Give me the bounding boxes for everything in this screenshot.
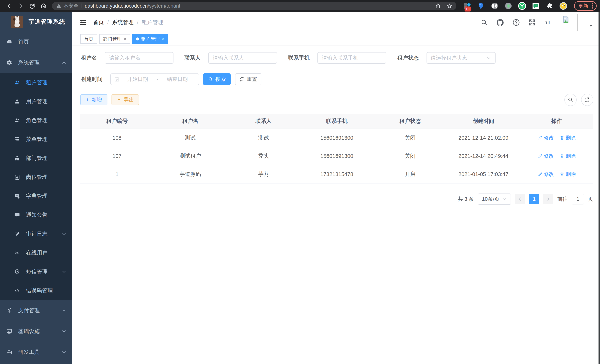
chevron-down-icon bbox=[61, 231, 67, 237]
status-select[interactable]: 请选择租户状态 bbox=[427, 52, 496, 64]
cell-tenant-id: 107 bbox=[80, 153, 154, 159]
tab-home[interactable]: 首页 bbox=[80, 34, 97, 44]
tab-dept[interactable]: 部门管理 × bbox=[99, 34, 130, 44]
security-label[interactable]: 不安全 bbox=[64, 3, 78, 9]
cell-created: 2021-12-14 20:49:44 bbox=[447, 153, 520, 159]
table-header: 租户编号 租户名 联系人 联系手机 租户状态 创建时间 操作 bbox=[80, 114, 593, 129]
sidebar-item-dev-tools[interactable]: 研发工具 bbox=[0, 342, 72, 363]
top-navbar: 首页 / 系统管理 / 租户管理 тT bbox=[72, 12, 600, 33]
chevron-down-icon bbox=[61, 328, 67, 334]
add-button[interactable]: + 新增 bbox=[80, 94, 107, 105]
tab-tenant[interactable]: 租户管理 × bbox=[132, 34, 168, 44]
sidebar-item-pay[interactable]: 支付管理 bbox=[0, 300, 72, 321]
add-button-label: 新增 bbox=[92, 96, 102, 103]
delete-link[interactable]: 删除 bbox=[560, 153, 576, 159]
logo-row[interactable]: 芋道管理系统 bbox=[0, 12, 72, 32]
hide-search-button[interactable] bbox=[564, 94, 577, 106]
extension-y-icon[interactable] bbox=[518, 2, 526, 10]
chevron-down-icon bbox=[61, 308, 67, 313]
edit-label: 修改 bbox=[544, 171, 554, 177]
extensions-puzzle-icon[interactable] bbox=[545, 2, 554, 10]
fullscreen-icon[interactable] bbox=[528, 18, 536, 27]
browser-reload-icon[interactable] bbox=[26, 1, 38, 11]
next-page-button[interactable] bbox=[543, 194, 553, 204]
delete-link[interactable]: 删除 bbox=[560, 134, 576, 141]
extension-dot-icon[interactable] bbox=[504, 2, 512, 10]
breadcrumb-home[interactable]: 首页 bbox=[93, 19, 104, 26]
app-title: 芋道管理系统 bbox=[28, 18, 65, 26]
page-number-current[interactable]: 1 bbox=[529, 194, 539, 204]
window-scrollbar[interactable] bbox=[599, 12, 600, 364]
browser-home-icon[interactable] bbox=[38, 1, 49, 11]
sidebar-item-label: 审计日志 bbox=[26, 230, 61, 238]
export-button[interactable]: 导出 bbox=[112, 94, 139, 105]
sidebar-item-online-user[interactable]: 在线用户 bbox=[0, 243, 72, 262]
sidebar-item-post[interactable]: 岗位管理 bbox=[0, 168, 72, 187]
share-icon[interactable] bbox=[435, 3, 441, 9]
breadcrumb-separator: / bbox=[137, 19, 138, 26]
goto-page-input[interactable] bbox=[572, 194, 584, 205]
sidebar-item-infra[interactable]: 基础设施 bbox=[0, 321, 72, 342]
browser-forward-icon[interactable] bbox=[15, 1, 26, 11]
sidebar-item-dict[interactable]: 字典管理 bbox=[0, 187, 72, 205]
avatar[interactable] bbox=[561, 14, 578, 31]
url-bar[interactable]: 不安全 dashboard.yudao.iocoder.cn/system/te… bbox=[52, 2, 456, 10]
security-warning-icon[interactable] bbox=[56, 3, 62, 9]
sidebar-item-menu[interactable]: 菜单管理 bbox=[0, 130, 72, 149]
url-host: dashboard.yudao.iocoder.cn bbox=[85, 3, 148, 9]
end-date-placeholder: 结束日期 bbox=[159, 76, 195, 83]
update-label: 更新 bbox=[578, 3, 588, 9]
cell-tenant-name: 测试 bbox=[154, 134, 227, 141]
table-toolbar: + 新增 导出 bbox=[80, 94, 593, 106]
sidebar-item-system[interactable]: 系统管理 bbox=[0, 52, 72, 73]
browser-menu-icon[interactable] bbox=[591, 3, 594, 9]
plus-icon: + bbox=[86, 97, 89, 103]
sidebar-item-sms[interactable]: 短信管理 bbox=[0, 262, 72, 281]
extension-chat-icon[interactable] bbox=[532, 2, 540, 10]
sidebar-item-home[interactable]: 首页 bbox=[0, 32, 72, 52]
tenant-name-input[interactable] bbox=[105, 52, 173, 64]
prev-page-button[interactable] bbox=[515, 194, 525, 204]
edit-link[interactable]: 修改 bbox=[538, 171, 554, 177]
browser-back-icon[interactable] bbox=[3, 1, 15, 11]
sidebar-item-tenant[interactable]: 租户管理 bbox=[0, 73, 72, 92]
status-label: 租户状态 bbox=[396, 54, 419, 62]
table-row: 107 测试租户 秃头 15601691300 关闭 2021-12-14 20… bbox=[80, 147, 593, 165]
user-menu-caret-icon[interactable] bbox=[589, 23, 593, 28]
col-contact: 联系人 bbox=[227, 117, 300, 125]
sidebar-collapse-icon[interactable] bbox=[79, 18, 88, 27]
update-button[interactable]: 更新 bbox=[574, 1, 597, 11]
edit-link[interactable]: 修改 bbox=[538, 153, 554, 159]
extension-balloon-icon[interactable] bbox=[477, 2, 485, 10]
refresh-table-button[interactable] bbox=[581, 94, 593, 106]
github-icon[interactable] bbox=[496, 18, 504, 27]
sidebar-item-audit-log[interactable]: 审计日志 bbox=[0, 224, 72, 243]
mobile-input[interactable] bbox=[318, 52, 386, 64]
tab-close-icon[interactable]: × bbox=[162, 36, 165, 42]
breadcrumb-system[interactable]: 系统管理 bbox=[112, 19, 134, 26]
extension-workflow-icon[interactable]: 10 bbox=[463, 2, 471, 10]
sidebar-item-error-code[interactable]: 错误码管理 bbox=[0, 281, 72, 300]
sidebar-item-role[interactable]: 角色管理 bbox=[0, 111, 72, 130]
cell-tenant-id: 108 bbox=[80, 135, 154, 141]
search-icon[interactable] bbox=[480, 18, 488, 27]
cell-tenant-name: 芋道源码 bbox=[154, 170, 227, 178]
extension-command-icon[interactable] bbox=[490, 2, 499, 10]
help-icon[interactable] bbox=[512, 18, 520, 27]
create-time-range-picker[interactable]: 开始日期 - 结束日期 bbox=[110, 74, 199, 85]
contact-input[interactable] bbox=[208, 52, 277, 64]
bookmark-star-icon[interactable] bbox=[446, 3, 452, 9]
sidebar-item-notice[interactable]: 通知公告 bbox=[0, 205, 72, 224]
edit-link[interactable]: 修改 bbox=[538, 134, 554, 141]
sidebar-item-user[interactable]: 用户管理 bbox=[0, 92, 72, 111]
tab-close-icon[interactable]: × bbox=[124, 36, 126, 42]
search-button[interactable]: 搜索 bbox=[203, 73, 231, 85]
font-size-icon[interactable]: тT bbox=[544, 18, 552, 27]
col-tenant-id: 租户编号 bbox=[80, 117, 154, 125]
sidebar-item-dept[interactable]: 部门管理 bbox=[0, 149, 72, 168]
edit-label: 修改 bbox=[544, 134, 554, 141]
page-size-select[interactable]: 10条/页 bbox=[478, 194, 511, 205]
profile-avatar-icon[interactable] bbox=[559, 2, 567, 10]
delete-link[interactable]: 删除 bbox=[560, 171, 576, 177]
reset-button[interactable]: 重置 bbox=[235, 73, 262, 85]
